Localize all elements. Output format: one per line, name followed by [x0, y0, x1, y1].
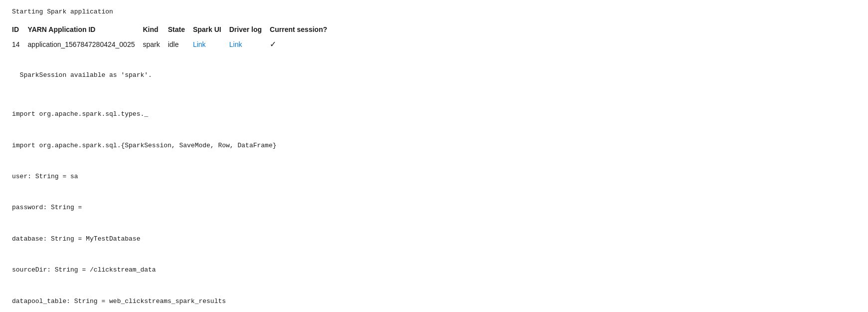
col-header-state: State: [168, 22, 193, 36]
col-header-kind: Kind: [143, 22, 168, 36]
cell-state: idle: [168, 36, 193, 52]
table-row: 14 application_1567847280424_0025 spark …: [12, 36, 335, 52]
code-line-3: password: String =: [12, 203, 856, 213]
col-header-driver-log: Driver log: [229, 22, 270, 36]
cell-kind: spark: [143, 36, 168, 52]
col-header-id: ID: [12, 22, 28, 36]
session-available-text: SparkSession available as 'spark'.: [12, 60, 856, 81]
code-line-1: import org.apache.spark.sql.{SparkSessio…: [12, 141, 856, 151]
current-session-checkmark: ✓: [270, 40, 276, 48]
col-header-current-session: Current session?: [270, 22, 335, 36]
cell-current-session: ✓: [270, 36, 335, 52]
spark-ui-link[interactable]: Link: [193, 40, 206, 48]
code-line-4: database: String = MyTestDatabase: [12, 234, 856, 245]
code-line-0: import org.apache.spark.sql.types._: [12, 109, 856, 120]
cell-id: 14: [12, 36, 28, 52]
cell-yarn-app-id: application_1567847280424_0025: [28, 36, 143, 52]
table-container: ID YARN Application ID Kind State Spark …: [12, 22, 856, 52]
table-header-row: ID YARN Application ID Kind State Spark …: [12, 22, 335, 36]
spark-sessions-table: ID YARN Application ID Kind State Spark …: [12, 22, 335, 52]
col-header-spark-ui: Spark UI: [193, 22, 229, 36]
code-line-6: datapool_table: String = web_clickstream…: [12, 297, 856, 307]
code-line-5: sourceDir: String = /clickstream_data: [12, 265, 856, 276]
cell-spark-ui[interactable]: Link: [193, 36, 229, 52]
code-output: import org.apache.spark.sql.types._ impo…: [12, 89, 856, 312]
driver-log-link[interactable]: Link: [229, 40, 242, 48]
starting-text: Starting Spark application: [12, 8, 856, 15]
col-header-yarn-app-id: YARN Application ID: [28, 22, 143, 36]
cell-driver-log[interactable]: Link: [229, 36, 270, 52]
code-line-2: user: String = sa: [12, 172, 856, 182]
